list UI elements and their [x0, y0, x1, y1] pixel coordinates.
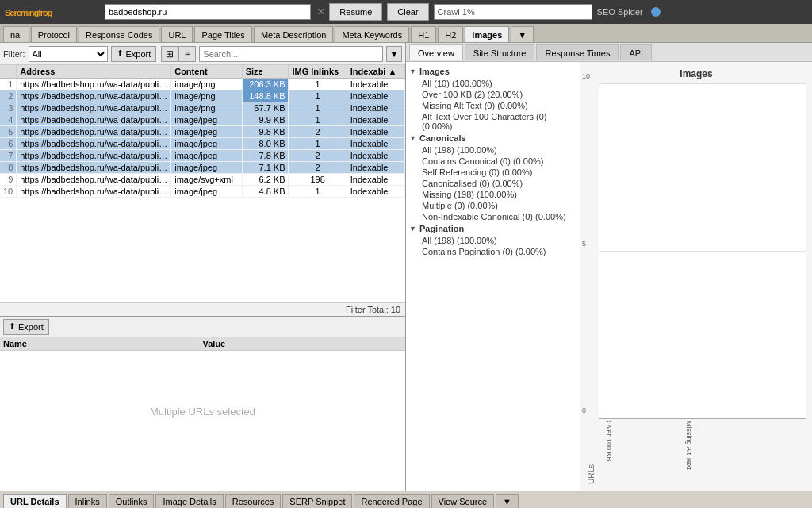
tree-item[interactable]: Contains Pagination (0) (0.00%)	[409, 246, 576, 257]
chart-grid-line: 10	[599, 83, 806, 84]
cell-inlinks: 1	[289, 138, 347, 150]
bottom-tab-serp-snippet[interactable]: SERP Snippet	[282, 494, 352, 508]
table-header-row: Address Content Size IMG Inlinks Indexab…	[0, 65, 405, 79]
tree-section-canonicals[interactable]: ▼Canonicals	[409, 132, 576, 144]
chart-title: Images	[680, 68, 712, 79]
tree-item[interactable]: Non-Indexable Canonical (0) (0.00%)	[409, 211, 576, 222]
cell-inlinks: 2	[289, 162, 347, 174]
cell-row-num: 6	[0, 138, 17, 150]
logo-text-scre: Scre	[5, 8, 21, 17]
right-tab-api[interactable]: API	[620, 44, 652, 60]
cell-size: 9.9 KB	[242, 114, 289, 126]
tree-item[interactable]: Over 100 KB (2) (20.00%)	[409, 89, 576, 100]
cell-row-num: 5	[0, 126, 17, 138]
bottom-export-button[interactable]: ⬆ Export	[3, 319, 49, 335]
cell-content: image/png	[171, 90, 243, 102]
grid-view-button[interactable]: ⊞	[161, 46, 178, 62]
bottom-table-header: Name Value	[0, 337, 405, 351]
chart-x-label: Missing Alt Text	[685, 421, 693, 484]
x-axis-labels: Over 100 KBMissing Alt TextAlt Text Over…	[599, 421, 806, 484]
tree-item[interactable]: Self Referencing (0) (0.00%)	[409, 167, 576, 178]
nav-tab-h1[interactable]: H1	[411, 26, 436, 42]
seo-spider-label: SEO Spider	[597, 7, 643, 17]
table-row[interactable]: 4https://badbedshop.ru/wa-data/public/sh…	[0, 114, 405, 126]
nav-tab-h2[interactable]: H2	[438, 26, 463, 42]
chart-area: Images URLs 0510 Over 100 KBMissing Alt …	[580, 62, 812, 491]
table-row[interactable]: 8https://badbedshop.ru/wa-data/public/sh…	[0, 162, 405, 174]
nav-tab-meta-description[interactable]: Meta Description	[254, 26, 334, 42]
col-address[interactable]: Address	[17, 65, 171, 79]
tree-item[interactable]: All (198) (100.00%)	[409, 144, 576, 156]
nav-tab-url[interactable]: URL	[161, 26, 193, 42]
filter-row: Filter: All Over 100 KB Missing Alt Text…	[0, 43, 405, 65]
col-size[interactable]: Size	[242, 65, 289, 79]
list-view-button[interactable]: ≡	[178, 46, 196, 62]
tree-section-images[interactable]: ▼Images	[409, 65, 576, 78]
tree-item[interactable]: Missing (198) (100.00%)	[409, 189, 576, 200]
logo-text-frog: frog	[38, 8, 52, 17]
nav-tab-meta-keywords[interactable]: Meta Keywords	[335, 26, 409, 42]
multi-select-message: Multiple URLs selected	[0, 351, 405, 471]
clear-button[interactable]: Clear	[387, 3, 428, 21]
cell-inlinks: 1	[289, 90, 347, 102]
bottom-left-panel: ⬆ Export Name Value Multiple URLs select…	[0, 316, 405, 491]
col-indexable[interactable]: Indexabi ▲	[347, 65, 404, 79]
cell-size: 148.8 KB	[242, 90, 289, 102]
tree-item[interactable]: All (198) (100.00%)	[409, 235, 576, 246]
col-content[interactable]: Content	[171, 65, 243, 79]
view-toggle: ⊞ ≡	[161, 46, 196, 62]
bottom-tab-image-details[interactable]: Image Details	[155, 494, 223, 508]
table-row[interactable]: 10https://badbedshop.ru/wa-data/public/s…	[0, 186, 405, 198]
right-tab-site-structure[interactable]: Site Structure	[465, 44, 535, 60]
chart-wrapper: URLs 0510 Over 100 KBMissing Alt TextAlt…	[587, 84, 806, 484]
search-dropdown-button[interactable]: ▼	[386, 46, 402, 62]
export-button[interactable]: ⬆ Export	[111, 46, 157, 62]
bottom-tab-rendered-page[interactable]: Rendered Page	[354, 494, 429, 508]
table-row[interactable]: 9https://badbedshop.ru/wa-data/public/si…	[0, 174, 405, 186]
chart-grid-line: 5	[599, 251, 806, 252]
bottom-tabs-bar: URL DetailsInlinksOutlinksImage DetailsR…	[0, 491, 812, 508]
bottom-tab-resources[interactable]: Resources	[225, 494, 282, 508]
export-icon: ⬆	[117, 48, 124, 59]
search-input[interactable]	[199, 46, 383, 62]
tree-item[interactable]: Contains Canonical (0) (0.00%)	[409, 156, 576, 167]
right-tab-overview[interactable]: Overview	[409, 44, 463, 60]
table-row[interactable]: 6https://badbedshop.ru/wa-data/public/sh…	[0, 138, 405, 150]
nav-tab-response-codes[interactable]: Response Codes	[79, 26, 159, 42]
table-row[interactable]: 3https://badbedshop.ru/wa-data/public/si…	[0, 102, 405, 114]
nav-tab-page-titles[interactable]: Page Titles	[194, 26, 251, 42]
bottom-tab-url-details[interactable]: URL Details	[3, 494, 67, 508]
table-row[interactable]: 7https://badbedshop.ru/wa-data/public/sh…	[0, 150, 405, 162]
tree-item[interactable]: Canonicalised (0) (0.00%)	[409, 178, 576, 189]
nav-tab-images[interactable]: Images	[465, 26, 509, 42]
tree-item[interactable]: Missing Alt Text (0) (0.00%)	[409, 100, 576, 111]
bottom-tab-▼[interactable]: ▼	[496, 494, 519, 508]
bottom-tab-outlinks[interactable]: Outlinks	[109, 494, 155, 508]
bottom-tab-view-source[interactable]: View Source	[431, 494, 495, 508]
cell-row-num: 8	[0, 162, 17, 174]
right-tab-response-times[interactable]: Response Times	[536, 44, 619, 60]
table-row[interactable]: 2https://badbedshop.ru/wa-data/public/si…	[0, 90, 405, 102]
cell-content: image/jpeg	[171, 150, 243, 162]
tree-section-pagination[interactable]: ▼Pagination	[409, 222, 576, 235]
url-clear-icon[interactable]: ×	[317, 5, 324, 19]
nav-tab-▼[interactable]: ▼	[511, 26, 534, 42]
url-input[interactable]	[105, 4, 311, 20]
tree-item[interactable]: Alt Text Over 100 Characters (0) (0.00%)	[409, 111, 576, 132]
filter-select[interactable]: All Over 100 KB Missing Alt Text	[29, 46, 108, 62]
bottom-tab-inlinks[interactable]: Inlinks	[68, 494, 107, 508]
cell-size: 4.8 KB	[242, 186, 289, 198]
filter-label: Filter:	[3, 49, 25, 59]
resume-button[interactable]: Resume	[329, 3, 382, 21]
col-inlinks[interactable]: IMG Inlinks	[289, 65, 347, 79]
table-row[interactable]: 5https://badbedshop.ru/wa-data/public/sh…	[0, 126, 405, 138]
tree-item[interactable]: Multiple (0) (0.00%)	[409, 200, 576, 211]
cell-indexable: Indexable	[347, 174, 404, 186]
nav-tab-protocol[interactable]: Protocol	[31, 26, 77, 42]
overview-tree: ▼ImagesAll (10) (100.00%)Over 100 KB (2)…	[406, 62, 580, 491]
table-row[interactable]: 1https://badbedshop.ru/wa-data/public/si…	[0, 79, 405, 90]
app-logo: Scremingfrog	[5, 5, 100, 19]
cell-size: 7.8 KB	[242, 150, 289, 162]
tree-item[interactable]: All (10) (100.00%)	[409, 78, 576, 89]
nav-tab-nal[interactable]: nal	[3, 26, 29, 42]
